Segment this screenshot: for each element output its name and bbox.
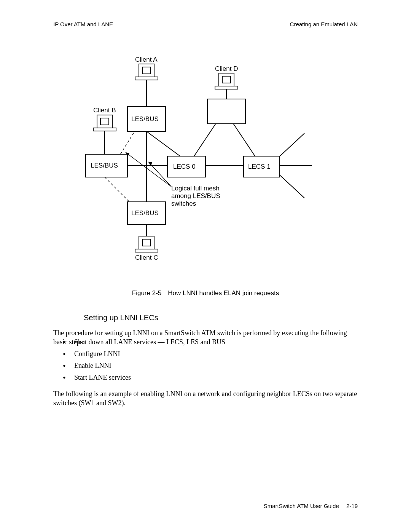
label-client-a: Client A <box>135 56 158 63</box>
svg-rect-36 <box>142 239 151 246</box>
label-lesbus-bottom: LES/BUS <box>131 209 159 217</box>
label-lesbus-left: LES/BUS <box>91 162 118 169</box>
step-item: Enable LNNI <box>63 362 358 370</box>
svg-rect-30 <box>100 118 109 125</box>
header-right: Creating an Emulated LAN <box>290 21 358 27</box>
svg-rect-28 <box>135 77 158 80</box>
steps-list: Shut down all LANE services — LECS, LES … <box>63 338 358 385</box>
svg-line-6 <box>232 122 255 156</box>
figure-caption: Figure 2-5 How LNNI handles ELAN join re… <box>0 289 411 297</box>
svg-line-10 <box>278 133 304 158</box>
label-lecs0: LECS 0 <box>173 163 196 170</box>
annotation-line3: switches <box>171 200 196 207</box>
label-lesbus-top: LES/BUS <box>131 115 159 123</box>
figure-diagram: Client A Client B Client D Client C LES/… <box>53 46 358 286</box>
header-left: IP Over ATM and LANE <box>53 21 113 27</box>
step-item: Shut down all LANE services — LECS, LES … <box>63 338 358 346</box>
svg-rect-33 <box>222 76 231 83</box>
svg-line-5 <box>194 122 217 156</box>
section-heading: Setting up LNNI LECs <box>84 313 158 322</box>
paragraph-example: The following is an example of enabling … <box>53 389 358 408</box>
label-client-b: Client B <box>93 107 116 114</box>
svg-line-12 <box>278 173 304 198</box>
svg-rect-37 <box>135 249 158 252</box>
label-client-c: Client C <box>135 254 158 261</box>
svg-rect-27 <box>142 67 151 74</box>
annotation-line2: among LES/BUS <box>171 192 220 200</box>
label-client-d: Client D <box>215 65 238 72</box>
svg-line-16 <box>126 152 171 187</box>
page-header: IP Over ATM and LANE Creating an Emulate… <box>53 21 358 27</box>
page-footer: SmartSwitch ATM User Guide 2-19 <box>264 503 358 509</box>
svg-rect-31 <box>93 128 116 131</box>
page: IP Over ATM and LANE Creating an Emulate… <box>0 0 411 532</box>
svg-rect-34 <box>215 86 238 89</box>
annotation-line1: Logical full mesh <box>171 185 220 192</box>
svg-rect-24 <box>207 99 245 124</box>
step-item: Configure LNNI <box>63 350 358 358</box>
step-item: Start LANE services <box>63 374 358 382</box>
label-lecs1: LECS 1 <box>248 163 271 170</box>
svg-line-1 <box>147 131 183 158</box>
